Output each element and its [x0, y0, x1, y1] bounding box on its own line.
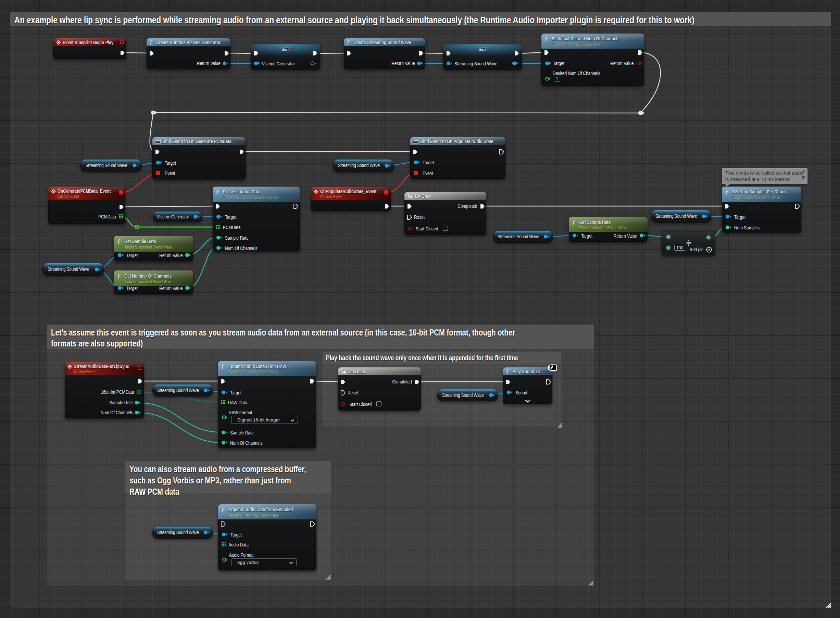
svg-text:1: 1 — [341, 369, 343, 372]
svg-text:1: 1 — [407, 193, 409, 196]
